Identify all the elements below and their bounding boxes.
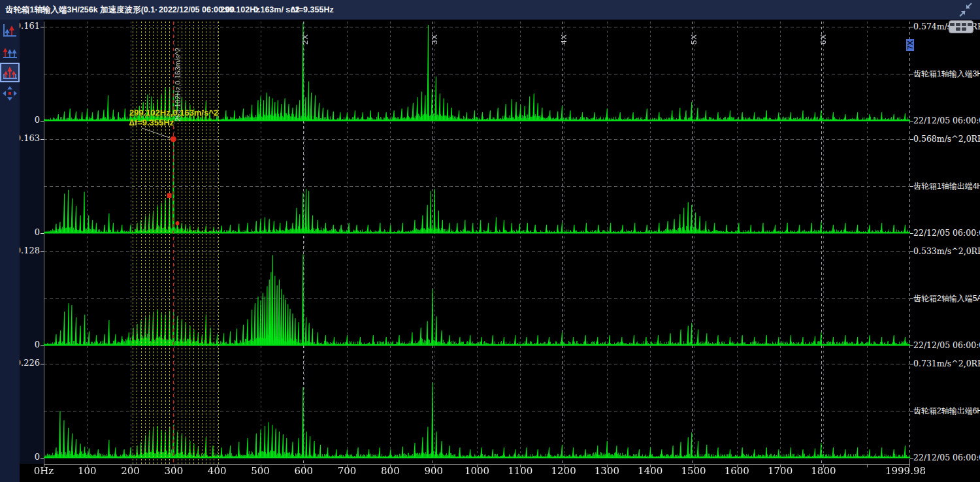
y-axis-gutter: 0.16100.16300.12800.2260 [20, 20, 44, 464]
right-tick [910, 139, 913, 140]
pan-icon[interactable] [1, 85, 18, 102]
y-axis-tick [41, 121, 44, 121]
channel-name-label: 齿轮箱2轴输出端6H [913, 406, 980, 417]
harmonic-edge-label: 7X [906, 39, 914, 51]
right-tick [910, 74, 913, 74]
app-window: 齿轮箱1轴输入端3H/256k 加速度波形(0.1-2000)/总值 0RPM … [0, 0, 980, 482]
left-toolbar [0, 20, 20, 482]
harmonic-cursor-label: 4X [560, 34, 568, 44]
right-tick [910, 411, 913, 411]
x-axis-tick-label: 1800 [797, 465, 849, 477]
harmonic-cursor-label: 2X [301, 34, 309, 44]
table-icon[interactable] [949, 20, 973, 33]
y-axis-tick [41, 251, 44, 252]
right-tick [910, 251, 913, 252]
harmonic-cursor-label: 3X [431, 34, 438, 44]
harmonic-cursor-label: 6X [819, 34, 827, 44]
collapse-icon[interactable] [958, 3, 973, 17]
delta-f-readout: ∆f=9.355Hz [291, 0, 334, 20]
y-axis-tick [41, 233, 44, 234]
y-axis-tick [41, 345, 44, 346]
annotation-line1: 299.102Hz,0.163m/s^2 [129, 108, 218, 118]
single-cursor-icon[interactable] [1, 22, 18, 39]
channel-time-label: 22/12/05 06:00:00 [913, 453, 980, 462]
channel-fullscale-label: 0.568m/s^2,0RPM [913, 134, 980, 144]
channel-title: 齿轮箱1轴输入端3H/256k 加速度波形(0.1-2000)/总值 0RPM [5, 0, 157, 20]
harmonic-cursor-label: 5X [690, 34, 698, 44]
right-tick [910, 186, 913, 187]
channel-time-label: 22/12/05 06:00:00 [913, 116, 980, 125]
channel-time-label: 22/12/05 06:00:00 [913, 340, 980, 350]
channel-name-label: 齿轮箱2轴输入端5A [913, 293, 980, 304]
right-tick [910, 27, 913, 27]
right-tick [910, 458, 913, 458]
harmonic-cursor-icon[interactable] [1, 43, 18, 60]
y-axis-tick [41, 27, 44, 27]
channel-time-label: 22/12/05 06:00:00 [913, 228, 980, 238]
sideband-cursor-icon[interactable] [1, 64, 18, 81]
channel-name-label: 齿轮箱1轴输入端3H [913, 69, 980, 80]
right-tick [910, 298, 913, 299]
right-tick [910, 345, 913, 346]
x-axis-tick-label: 1999.98 [879, 465, 932, 477]
channel-name-label: 齿轮箱1轴输出端4H [913, 181, 980, 192]
right-tick [910, 364, 913, 364]
channel-fullscale-label: 0.533m/s^2,0RPM [913, 246, 980, 256]
right-tick [910, 233, 913, 234]
channel-fullscale-label: 0.731m/s^2,0RPM [913, 359, 980, 368]
header-bar: 齿轮箱1轴输入端3H/256k 加速度波形(0.1-2000)/总值 0RPM … [0, 0, 980, 20]
y-axis-tick [41, 458, 44, 458]
annotation-line2: ∆f=9.355Hz [129, 118, 218, 127]
y-axis-tick [41, 139, 44, 140]
y-axis-tick [41, 364, 44, 364]
right-tick [910, 121, 913, 121]
cursor-annotation: 299.102Hz,0.163m/s^2 ∆f=9.355Hz [129, 108, 218, 127]
